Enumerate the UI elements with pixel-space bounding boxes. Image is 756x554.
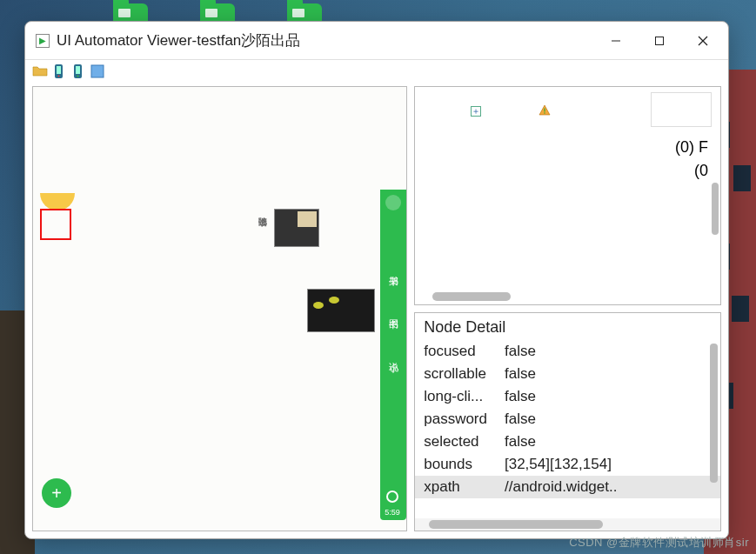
vertical-scrollbar[interactable] <box>712 183 719 235</box>
detail-key: scrollable <box>415 363 496 385</box>
svg-rect-10 <box>91 65 104 77</box>
detail-value: //android.widget.. <box>496 476 720 498</box>
svg-rect-1 <box>656 37 664 44</box>
detail-value: false <box>496 408 720 431</box>
yellow-arc-decoration <box>40 193 75 210</box>
detail-row[interactable]: passwordfalse <box>415 408 720 431</box>
detail-key: long-cli... <box>415 385 496 408</box>
tree-content[interactable]: (0) F (0 <box>675 136 708 183</box>
horizontal-scrollbar[interactable] <box>432 292 511 301</box>
detail-key: selected <box>415 431 496 453</box>
svg-rect-12 <box>545 112 545 113</box>
detail-key: xpath <box>415 476 496 498</box>
horizontal-scrollbar[interactable] <box>415 518 720 531</box>
detail-row[interactable]: xpath//android.widget.. <box>415 476 720 498</box>
detail-value: [32,54][132,154] <box>496 453 720 476</box>
fab-add-icon: + <box>42 478 71 508</box>
window-controls <box>594 23 725 58</box>
svg-rect-8 <box>76 66 80 74</box>
right-column: ＋ (0) F (0 Node Detail focusedfalsescrol… <box>414 86 721 531</box>
tree-node[interactable]: (0 <box>675 159 708 183</box>
content-area: + 随选读书 书架 图书 小说 5:59 ＋ <box>25 83 728 538</box>
device-nav-strip: 书架 图书 小说 5:59 <box>380 190 406 520</box>
detail-value: false <box>496 385 720 408</box>
detail-value: false <box>496 363 720 385</box>
app-icon: ▶ <box>36 34 50 48</box>
detail-value: false <box>496 431 720 453</box>
device-dump-icon[interactable] <box>51 63 67 79</box>
detail-row[interactable]: bounds[32,54][132,154] <box>415 453 720 476</box>
book-thumbnail <box>274 209 319 247</box>
node-detail-pane: Node Detail focusedfalsescrollablefalsel… <box>414 312 721 531</box>
detail-value: false <box>496 340 720 363</box>
device-dump-compressed-icon[interactable] <box>70 63 86 79</box>
window-title: UI Automator Viewer-testfan沙陌出品 <box>57 30 594 50</box>
minimize-button[interactable] <box>594 23 638 58</box>
svg-point-9 <box>77 76 79 77</box>
search-icon <box>386 491 398 503</box>
avatar-icon <box>385 195 401 210</box>
hierarchy-tree-pane[interactable]: ＋ (0) F (0 <box>414 86 721 305</box>
toolbar <box>25 60 728 83</box>
titlebar: ▶ UI Automator Viewer-testfan沙陌出品 <box>25 22 728 60</box>
watermark: CSDN @金牌软件测试培训师肖sir <box>569 535 749 551</box>
book-thumbnail <box>307 289 375 332</box>
close-button[interactable] <box>681 23 725 58</box>
warning-icon[interactable] <box>539 104 551 119</box>
selection-highlight <box>40 209 71 240</box>
detail-table: focusedfalsescrollablefalselong-cli...fa… <box>415 340 720 498</box>
status-clock: 5:59 <box>385 508 400 517</box>
expand-all-icon[interactable]: ＋ <box>471 106 481 117</box>
svg-rect-5 <box>57 66 61 74</box>
detail-row[interactable]: scrollablefalse <box>415 363 720 385</box>
detail-body[interactable]: focusedfalsescrollablefalselong-cli...fa… <box>415 340 720 518</box>
detail-title: Node Detail <box>415 313 720 340</box>
detail-key: focused <box>415 340 496 363</box>
detail-row[interactable]: selectedfalse <box>415 431 720 453</box>
tree-header-box <box>651 92 712 127</box>
save-screenshot-icon[interactable] <box>90 63 105 79</box>
detail-key: bounds <box>415 453 496 476</box>
vertical-scrollbar[interactable] <box>710 344 718 483</box>
detail-key: password <box>415 408 496 431</box>
detail-row[interactable]: focusedfalse <box>415 340 720 363</box>
tree-node[interactable]: (0) F <box>675 136 708 159</box>
svg-point-6 <box>58 76 60 77</box>
device-screenshot: + 随选读书 书架 图书 小说 5:59 <box>33 87 406 531</box>
svg-rect-11 <box>545 109 545 112</box>
app-window: ▶ UI Automator Viewer-testfan沙陌出品 <box>24 21 729 539</box>
open-file-icon[interactable] <box>32 63 48 79</box>
screenshot-pane[interactable]: + 随选读书 书架 图书 小说 5:59 <box>32 86 407 531</box>
maximize-button[interactable] <box>638 23 681 58</box>
detail-row[interactable]: long-cli...false <box>415 385 720 408</box>
